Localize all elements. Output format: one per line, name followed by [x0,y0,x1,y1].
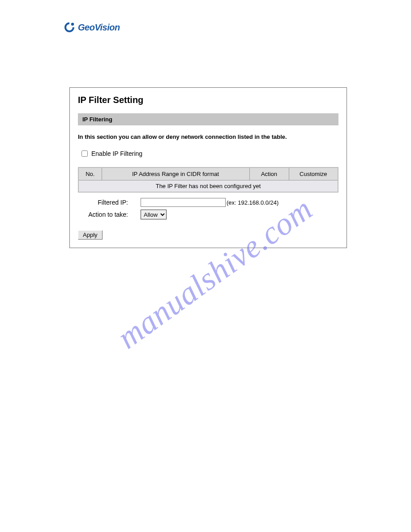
enable-ip-filtering-label: Enable IP Filtering [91,150,142,157]
brand-logo: GeoGeoVisionVision [64,21,120,33]
col-header-range: IP Address Range in CIDR format [102,167,249,180]
page-title: IP Filter Setting [78,95,338,105]
filtered-ip-row: Filtered IP: (ex: 192.168.0.0/24) [78,198,338,207]
filtered-ip-label: Filtered IP: [78,199,141,206]
filter-form: Filtered IP: (ex: 192.168.0.0/24) Action… [78,198,338,219]
filtered-ip-hint: (ex: 192.168.0.0/24) [227,199,278,206]
enable-ip-filtering-checkbox[interactable] [81,150,88,157]
brand-logo-text: GeoGeoVisionVision [78,22,120,33]
ip-filter-panel: IP Filter Setting IP Filtering In this s… [69,87,347,248]
apply-button[interactable]: Apply [78,230,103,240]
filtered-ip-input[interactable] [141,198,226,207]
action-label: Action to take: [78,211,141,218]
section-header: IP Filtering [78,113,338,125]
col-header-no: No. [78,167,102,180]
section-description: In this section you can allow or deny ne… [78,133,338,140]
svg-point-0 [71,23,74,26]
apply-row: Apply [78,230,338,240]
col-header-customize: Customize [289,167,338,180]
enable-ip-filtering-row[interactable]: Enable IP Filtering [81,150,338,157]
action-row: Action to take: Allow [78,210,338,219]
table-row: The IP Filter has not been configured ye… [78,180,338,193]
col-header-action: Action [249,167,289,180]
table-empty-message: The IP Filter has not been configured ye… [78,180,338,193]
brand-logo-icon [64,21,75,33]
action-select[interactable]: Allow [141,210,167,219]
ip-filter-table: No. IP Address Range in CIDR format Acti… [78,167,338,193]
table-header-row: No. IP Address Range in CIDR format Acti… [78,167,338,180]
